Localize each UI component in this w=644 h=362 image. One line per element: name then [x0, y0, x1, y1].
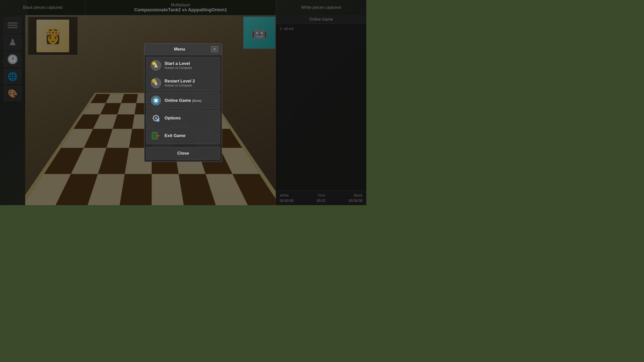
svg-point-25: [158, 120, 158, 120]
start-level-title: Start a Level: [165, 61, 192, 66]
menu-close-row: Close: [144, 146, 222, 162]
menu-item-options[interactable]: Options: [146, 110, 220, 126]
svg-point-14: [155, 117, 157, 119]
exit-game-title: Exit Game: [165, 133, 185, 138]
start-level-sub: Human vs Computer: [165, 66, 192, 70]
menu-overlay: Menu X ♟ ⭐ Start a Level Human vs Comput…: [0, 0, 366, 205]
options-text: Options: [165, 116, 181, 121]
menu-dialog: Menu X ♟ ⭐ Start a Level Human vs Comput…: [144, 43, 222, 162]
svg-point-6: [152, 79, 156, 83]
svg-text:⭐: ⭐: [152, 62, 156, 65]
online-game-title: Online Game (Beta): [165, 98, 201, 103]
svg-rect-15: [155, 115, 156, 116]
svg-rect-29: [156, 135, 159, 136]
start-level-text: Start a Level Human vs Computer: [165, 61, 192, 70]
options-icon: [150, 113, 162, 124]
exit-game-icon: [150, 130, 162, 141]
options-title: Options: [165, 116, 181, 121]
svg-rect-17: [152, 118, 154, 119]
menu-title-bar: Menu X: [144, 44, 222, 55]
svg-rect-19: [153, 115, 155, 117]
menu-item-online-game[interactable]: Online Game (Beta): [146, 92, 220, 109]
online-game-icon: [150, 95, 162, 106]
beta-label: (Beta): [192, 99, 202, 103]
online-game-text: Online Game (Beta): [165, 98, 201, 103]
svg-rect-21: [153, 119, 155, 121]
menu-item-exit-game[interactable]: Exit Game: [146, 127, 220, 144]
menu-x-button[interactable]: X: [211, 46, 218, 52]
restart-level-title: Restart Level 2: [165, 79, 195, 84]
menu-close-button[interactable]: Close: [146, 147, 220, 160]
menu-items-list: ♟ ⭐ Start a Level Human vs Computer ♞: [144, 55, 222, 146]
svg-point-10: [155, 99, 157, 102]
menu-title: Menu: [148, 47, 211, 52]
restart-level-icon: ♞: [150, 77, 162, 88]
restart-level-sub: Human vs Computer: [165, 84, 195, 87]
svg-rect-22: [157, 115, 159, 117]
restart-level-text: Restart Level 2 Human vs Computer: [165, 79, 195, 87]
exit-game-text: Exit Game: [165, 133, 185, 138]
menu-item-start-level[interactable]: ♟ ⭐ Start a Level Human vs Computer: [146, 57, 220, 74]
start-level-icon: ♟ ⭐: [150, 60, 162, 71]
menu-item-restart-level[interactable]: ♞ Restart Level 2 Human vs Computer: [146, 75, 220, 91]
